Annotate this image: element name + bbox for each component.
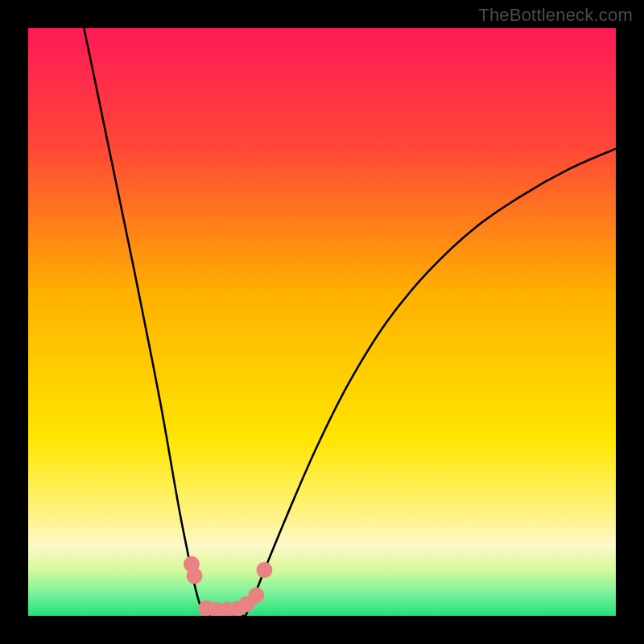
- marker-dot: [187, 568, 203, 584]
- marker-dot: [256, 562, 272, 578]
- gradient-background: [28, 28, 616, 616]
- plot-svg: [28, 28, 616, 616]
- plot-area: [28, 28, 616, 616]
- marker-dot: [248, 587, 264, 603]
- chart-frame: TheBottleneck.com: [0, 0, 644, 644]
- watermark-text: TheBottleneck.com: [478, 5, 633, 26]
